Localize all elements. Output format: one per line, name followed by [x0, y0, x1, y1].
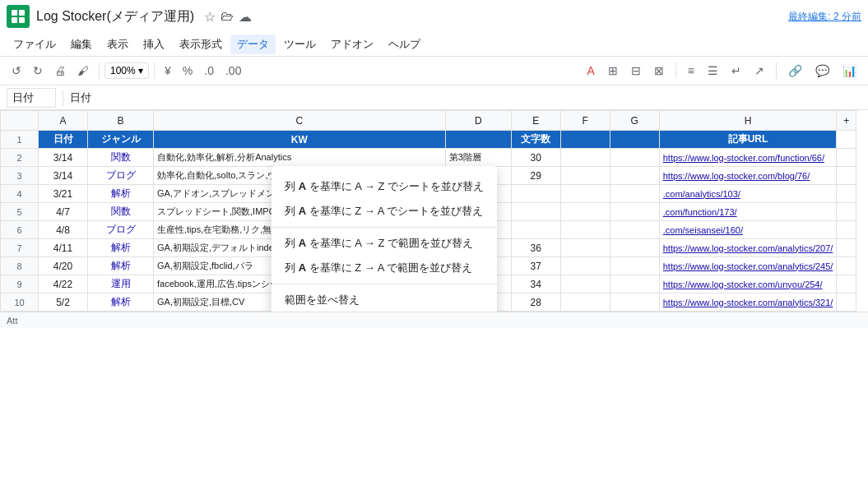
sort-z-a-item[interactable]: 列 A を基準に Z → A でシートを並び替え	[272, 199, 497, 224]
bottom-bar: Att	[0, 312, 868, 328]
top-bar: Log Stocker(メディア運用) ☆ 🗁 ☁ 最終編集: 2 分前	[0, 0, 868, 33]
rotate-button[interactable]: ↗	[750, 61, 769, 81]
corner-cell	[1, 111, 39, 131]
toolbar-sep-1	[99, 62, 100, 79]
menu-format[interactable]: 表示形式	[173, 35, 229, 54]
folder-icon[interactable]: 🗁	[220, 9, 234, 24]
currency-button[interactable]: ¥	[160, 61, 176, 81]
sort-range-z-a-item[interactable]: 列 A を基準に Z → A で範囲を並び替え	[272, 256, 497, 280]
menu-addons[interactable]: アドオン	[324, 35, 380, 54]
menu-tools[interactable]: ツール	[277, 35, 323, 54]
print-button[interactable]: 🖨	[49, 61, 71, 81]
col-header-g[interactable]: G	[610, 111, 659, 131]
header-col-e: 文字数	[511, 131, 560, 149]
menu-insert[interactable]: 挿入	[137, 35, 171, 54]
col-header-a[interactable]: A	[39, 111, 88, 131]
sort-range-custom-item[interactable]: 範囲を並べ替え	[272, 288, 497, 312]
col-header-f[interactable]: F	[560, 111, 610, 131]
link-button[interactable]: 🔗	[783, 61, 807, 81]
menu-data[interactable]: データ	[230, 35, 276, 54]
col-header-c[interactable]: C	[154, 111, 446, 131]
decimal-increase-button[interactable]: .00	[220, 61, 246, 81]
header-col-h: 記事URL	[659, 131, 837, 149]
border-button[interactable]: ⊟	[626, 61, 646, 81]
redo-button[interactable]: ↻	[28, 61, 48, 81]
align-left-button[interactable]: ≡	[683, 61, 699, 81]
sort-range-a-z-item[interactable]: 列 A を基準に A → Z で範囲を並び替え	[272, 231, 497, 256]
toolbar-sep-3	[675, 62, 676, 79]
col-header-e[interactable]: E	[511, 111, 560, 131]
menu-bar: ファイル 編集 表示 挿入 表示形式 データ ツール アドオン ヘルプ	[0, 33, 868, 56]
menu-help[interactable]: ヘルプ	[382, 35, 427, 54]
sort-custom-section: 範囲を並べ替え	[272, 284, 497, 312]
header-col-f	[560, 131, 610, 149]
header-col-b: ジャンル	[88, 131, 154, 149]
zoom-control[interactable]: 100% ▾	[104, 62, 149, 79]
cell-reference[interactable]: 日付	[7, 88, 56, 108]
doc-icons: ☆ 🗁 ☁	[204, 9, 252, 25]
formula-bar: 日付 日付	[0, 85, 868, 110]
decimal-decrease-button[interactable]: .0	[199, 61, 219, 81]
doc-title: Log Stocker(メディア運用)	[36, 8, 194, 25]
app-icon	[7, 5, 30, 28]
merge-button[interactable]: ⊠	[649, 61, 669, 81]
table-button[interactable]: ⊞	[603, 61, 623, 81]
menu-view[interactable]: 表示	[100, 35, 135, 54]
add-col-btn[interactable]: +	[837, 111, 856, 131]
undo-button[interactable]: ↺	[7, 61, 26, 81]
header-col-a: 日付	[39, 131, 88, 149]
header-col-c: KW	[154, 131, 446, 149]
toolbar: ↺ ↻ 🖨 🖌 100% ▾ ¥ % .0 .00 A ⊞ ⊟ ⊠ ≡ ☰ ↵ …	[0, 56, 868, 85]
paintformat-button[interactable]: 🖌	[72, 61, 94, 81]
toolbar-sep-2	[154, 62, 155, 79]
percent-button[interactable]: %	[178, 61, 197, 81]
menu-edit[interactable]: 編集	[64, 35, 99, 54]
formula-content: 日付	[70, 90, 861, 105]
menu-file[interactable]: ファイル	[7, 35, 63, 54]
col-header-h[interactable]: H	[659, 111, 837, 131]
col-headers-row: A B C D E F G H +	[1, 111, 856, 131]
chart-button[interactable]: 📊	[838, 61, 861, 81]
sort-section: 列 A を基準に A → Z でシートを並び替え 列 A を基準に Z → A …	[272, 171, 497, 228]
toolbar-sep-4	[776, 62, 777, 79]
header-col-d	[445, 131, 511, 149]
sort-a-z-item[interactable]: 列 A を基準に A → Z でシートを並び替え	[272, 174, 497, 199]
data-header-row: 1 日付 ジャンル KW 文字数 記事URL	[1, 131, 856, 149]
cloud-icon[interactable]: ☁	[239, 9, 252, 25]
header-add	[837, 131, 856, 149]
data-dropdown-menu: 列 A を基準に A → Z でシートを並び替え 列 A を基準に Z → A …	[272, 166, 497, 312]
col-header-b[interactable]: B	[88, 111, 154, 131]
autosave-label: 最終編集: 2 分前	[788, 10, 861, 24]
star-icon[interactable]: ☆	[204, 9, 216, 25]
formula-sep	[63, 90, 63, 106]
wrap-button[interactable]: ↵	[726, 61, 746, 81]
col-header-d[interactable]: D	[445, 111, 511, 131]
table-row: 2 3/14 関数 自動化,効率化,解析,分析Analytics 第3階層 30…	[1, 149, 856, 167]
toolbar-right: A ⊞ ⊟ ⊠ ≡ ☰ ↵ ↗ 🔗 💬 📊	[582, 61, 861, 81]
align-center-button[interactable]: ☰	[703, 61, 723, 81]
sheet-tab-label[interactable]: Att	[7, 316, 17, 326]
font-color-button[interactable]: A	[582, 61, 599, 81]
header-col-g	[610, 131, 659, 149]
row-num-1: 1	[1, 131, 39, 149]
comment-button[interactable]: 💬	[810, 61, 834, 81]
sort-range-section: 列 A を基準に A → Z で範囲を並び替え 列 A を基準に Z → A で…	[272, 228, 497, 284]
